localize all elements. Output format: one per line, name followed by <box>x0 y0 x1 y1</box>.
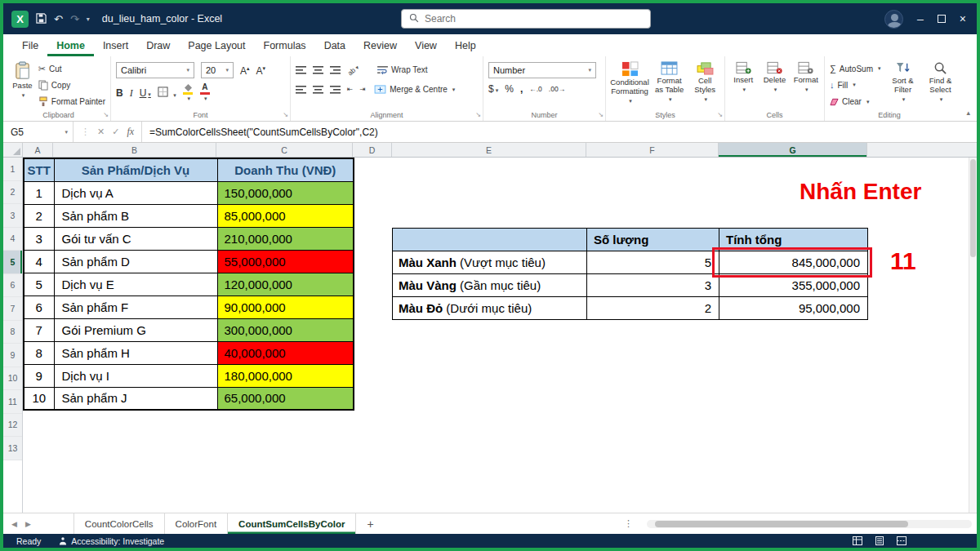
row-header-1[interactable]: 1 <box>3 158 22 181</box>
header-revenue[interactable]: Doanh Thu (VNĐ) <box>217 158 354 181</box>
orientation-button[interactable]: ab <box>346 63 361 77</box>
shrink-font-button[interactable]: A▾ <box>256 65 266 76</box>
cell-product[interactable]: Sản phẩm H <box>54 341 217 364</box>
font-size-combo[interactable]: 20▾ <box>201 62 234 78</box>
row-header-5[interactable]: 5 <box>3 251 22 274</box>
align-center-icon[interactable] <box>313 85 323 94</box>
vertical-scrollbar-thumb[interactable] <box>970 159 976 257</box>
format-cells-button[interactable]: Format <box>793 60 819 109</box>
italic-button[interactable]: I <box>130 88 133 98</box>
cell-product[interactable]: Dịch vụ A <box>54 181 217 204</box>
find-select-button[interactable]: Find & Select <box>924 60 958 109</box>
column-header-g[interactable]: G <box>719 143 867 157</box>
copy-button[interactable]: Copy <box>38 78 105 92</box>
cell-stt[interactable]: 5 <box>24 273 54 295</box>
cell-stt[interactable]: 4 <box>24 250 54 273</box>
cell-revenue[interactable]: 180,000,000 <box>217 364 354 387</box>
cell-product[interactable]: Gói tư vấn C <box>54 227 217 250</box>
cell-product[interactable]: Sản phẩm J <box>54 387 217 410</box>
decrease-indent-icon[interactable]: ⇤ <box>347 86 353 93</box>
conditional-formatting-button[interactable]: Conditional Formatting <box>611 60 648 109</box>
cell-revenue[interactable]: 65,000,000 <box>217 387 354 410</box>
row-header-13[interactable]: 13 <box>3 437 22 460</box>
summary-total-selected-cell[interactable]: 845,000,000 <box>719 251 868 273</box>
summary-total[interactable]: 95,000,000 <box>719 296 868 319</box>
vertical-scrollbar[interactable] <box>969 158 977 513</box>
summary-label[interactable]: Màu Xanh (Vượt mục tiêu) <box>393 251 587 273</box>
row-header-3[interactable]: 3 <box>3 204 22 228</box>
middle-align-icon[interactable] <box>313 65 323 74</box>
cell-product[interactable]: Gói Premium G <box>54 318 217 341</box>
top-align-icon[interactable] <box>296 65 306 74</box>
sheet-tab-countcolorcells[interactable]: CountColorCells <box>74 513 165 534</box>
new-sheet-button[interactable]: + <box>356 513 384 534</box>
cell-product[interactable]: Dịch vụ E <box>54 273 217 295</box>
header-stt[interactable]: STT <box>24 158 54 181</box>
tab-insert[interactable]: Insert <box>94 34 137 56</box>
cell-product[interactable]: Sản phẩm B <box>54 204 217 227</box>
row-header-6[interactable]: 6 <box>3 274 22 298</box>
cell-revenue[interactable]: 55,000,000 <box>217 250 354 273</box>
row-header-7[interactable]: 7 <box>3 297 22 321</box>
column-header-a[interactable]: A <box>23 143 53 157</box>
number-format-combo[interactable]: Number▾ <box>488 62 596 78</box>
cell-revenue[interactable]: 85,000,000 <box>217 204 354 227</box>
horizontal-scrollbar[interactable] <box>647 520 972 528</box>
row-header-4[interactable]: 4 <box>3 228 22 251</box>
minimize-button[interactable]: – <box>917 13 924 24</box>
name-box[interactable]: G5 ▾ <box>3 122 74 142</box>
fill-button[interactable]: ↓ Fill <box>830 78 881 91</box>
insert-function-button[interactable]: fx <box>127 126 134 138</box>
cell-stt[interactable]: 9 <box>24 364 54 387</box>
search-input[interactable] <box>425 13 629 24</box>
next-sheet-icon[interactable]: ▶ <box>25 520 31 528</box>
cell-stt[interactable]: 10 <box>24 387 54 410</box>
comma-format-button[interactable]: , <box>520 84 523 94</box>
column-header-e[interactable]: E <box>392 143 586 157</box>
row-header-8[interactable]: 8 <box>3 321 22 344</box>
summary-header-total[interactable]: Tính tổng <box>719 228 868 251</box>
format-as-table-button[interactable]: Format as Table <box>653 60 685 109</box>
normal-view-icon[interactable] <box>853 536 862 545</box>
excel-logo-icon[interactable]: X <box>11 11 29 28</box>
cut-button[interactable]: ✂ Cut <box>38 62 105 76</box>
sheet-tab-colorfont[interactable]: ColorFont <box>165 513 229 534</box>
cell-stt[interactable]: 8 <box>24 341 54 364</box>
user-avatar[interactable] <box>884 10 903 29</box>
collapse-ribbon-icon[interactable]: ▴ <box>966 109 970 117</box>
wrap-text-button[interactable]: Wrap Text <box>377 63 428 77</box>
close-button[interactable]: × <box>960 13 966 24</box>
redo-icon[interactable]: ↷ <box>70 14 79 24</box>
align-right-icon[interactable] <box>330 85 341 94</box>
font-color-button[interactable]: A <box>200 83 210 102</box>
cell-stt[interactable]: 1 <box>24 181 54 204</box>
scrollbar-options-icon[interactable]: ⋮ <box>624 513 633 534</box>
tab-view[interactable]: View <box>406 34 446 56</box>
fill-color-button[interactable] <box>183 84 194 102</box>
bold-button[interactable]: B <box>116 88 123 98</box>
undo-icon[interactable]: ↶ <box>54 14 63 24</box>
confirm-entry-icon[interactable]: ✓ <box>112 127 119 137</box>
align-left-icon[interactable] <box>296 85 306 94</box>
page-break-view-icon[interactable] <box>897 536 906 545</box>
autosum-button[interactable]: ∑ AutoSum <box>830 62 881 75</box>
bottom-align-icon[interactable] <box>330 65 341 74</box>
format-painter-button[interactable]: Format Painter <box>38 95 105 109</box>
cell-revenue[interactable]: 120,000,000 <box>217 273 354 295</box>
save-icon[interactable] <box>36 13 47 25</box>
column-header-b[interactable]: B <box>53 143 216 157</box>
clear-button[interactable]: Clear <box>830 96 881 109</box>
borders-button[interactable] <box>158 86 176 100</box>
prev-sheet-icon[interactable]: ◀ <box>11 520 17 528</box>
tab-data[interactable]: Data <box>315 34 354 56</box>
cell-product[interactable]: Sản phẩm D <box>54 250 217 273</box>
summary-total[interactable]: 355,000,000 <box>719 273 868 296</box>
row-header-2[interactable]: 2 <box>3 181 22 205</box>
summary-count[interactable]: 5 <box>587 251 719 273</box>
row-header-10[interactable]: 10 <box>3 367 22 391</box>
tab-home[interactable]: Home <box>47 34 94 56</box>
tab-draw[interactable]: Draw <box>137 34 179 56</box>
tab-file[interactable]: File <box>13 34 47 56</box>
page-layout-view-icon[interactable] <box>875 536 884 545</box>
cell-revenue[interactable]: 300,000,000 <box>217 318 354 341</box>
